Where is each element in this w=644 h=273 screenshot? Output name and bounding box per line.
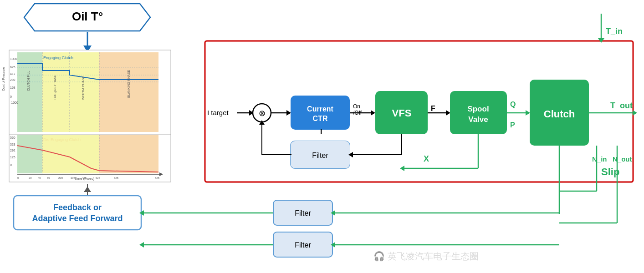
svg-marker-65 xyxy=(371,110,375,116)
svg-marker-68 xyxy=(446,110,450,116)
i-label: I xyxy=(320,128,322,136)
feedback-label-line2: Adaptive Feed Forward xyxy=(32,214,123,223)
on-off-label: On xyxy=(353,103,360,110)
svg-marker-98 xyxy=(139,242,144,248)
svg-text:292: 292 xyxy=(10,78,15,81)
svg-text:40: 40 xyxy=(38,177,41,179)
svg-text:125: 125 xyxy=(10,156,15,159)
svg-marker-75 xyxy=(633,110,637,116)
svg-text:Current: Current xyxy=(307,105,333,113)
svg-text:Control Pressure: Control Pressure xyxy=(2,67,5,91)
svg-marker-85 xyxy=(400,166,404,171)
svg-text:417: 417 xyxy=(10,72,15,76)
n-in-label: N_in xyxy=(592,155,607,163)
x-label: X xyxy=(424,154,429,163)
svg-rect-28 xyxy=(42,135,99,173)
svg-rect-29 xyxy=(99,135,158,173)
svg-text:526: 526 xyxy=(96,177,101,179)
svg-text:⊗: ⊗ xyxy=(259,109,266,118)
svg-text:560: 560 xyxy=(10,136,15,139)
svg-text:VFS: VFS xyxy=(392,107,412,119)
p-label: P xyxy=(510,121,515,129)
svg-text:425: 425 xyxy=(82,177,87,179)
svg-rect-52 xyxy=(14,196,141,230)
svg-marker-72 xyxy=(526,110,530,116)
i-target-label: I target xyxy=(207,109,229,116)
svg-text:333: 333 xyxy=(10,143,15,146)
svg-text:0: 0 xyxy=(10,163,12,167)
t-in-label: T_in xyxy=(606,27,623,36)
svg-text:INERTIA PHASE: INERTIA PHASE xyxy=(82,76,85,100)
filter-main-label: Filter xyxy=(312,152,328,159)
svg-text:825: 825 xyxy=(155,177,160,179)
svg-rect-27 xyxy=(17,135,42,173)
svg-text:BLANKING PHASE: BLANKING PHASE xyxy=(127,70,130,98)
svg-text:Valve: Valve xyxy=(468,115,488,124)
svg-rect-4 xyxy=(17,52,42,132)
svg-text:1000: 1000 xyxy=(10,57,17,61)
filter-bottom1-label: Filter xyxy=(295,209,311,217)
f-label: F xyxy=(431,105,435,112)
engaging-label: Engaging Clutch xyxy=(43,56,73,60)
svg-text:-1000: -1000 xyxy=(10,101,18,104)
t-out-label: T_out xyxy=(610,101,633,110)
svg-text:300: 300 xyxy=(71,177,76,179)
svg-text:0: 0 xyxy=(10,95,12,98)
oil-label: Oil T° xyxy=(72,10,103,23)
feedback-label-line1: Feedback or xyxy=(53,203,102,212)
svg-text:625: 625 xyxy=(10,66,15,69)
svg-text:20: 20 xyxy=(29,177,32,179)
n-out-label: N_out xyxy=(613,155,632,163)
filter-bottom2-label: Filter xyxy=(295,241,311,249)
watermark: 🎧 英飞凌汽车电子生态圈 xyxy=(373,251,479,262)
svg-marker-60 xyxy=(286,110,291,116)
svg-text:60: 60 xyxy=(47,177,50,179)
q-label: Q xyxy=(510,101,516,108)
svg-text:168: 168 xyxy=(10,86,15,89)
svg-text:Spool: Spool xyxy=(467,105,489,113)
svg-text:292: 292 xyxy=(10,149,15,152)
svg-text:625: 625 xyxy=(114,177,119,179)
svg-marker-51 xyxy=(84,187,91,192)
svg-text:Clutch: Clutch xyxy=(544,108,575,120)
svg-text:CTR: CTR xyxy=(313,115,328,122)
svg-text:TORQUE PHASE: TORQUE PHASE xyxy=(53,75,57,100)
svg-text:CLUTCH FILL: CLUTCH FILL xyxy=(27,71,30,91)
svg-text:200: 200 xyxy=(58,177,63,179)
